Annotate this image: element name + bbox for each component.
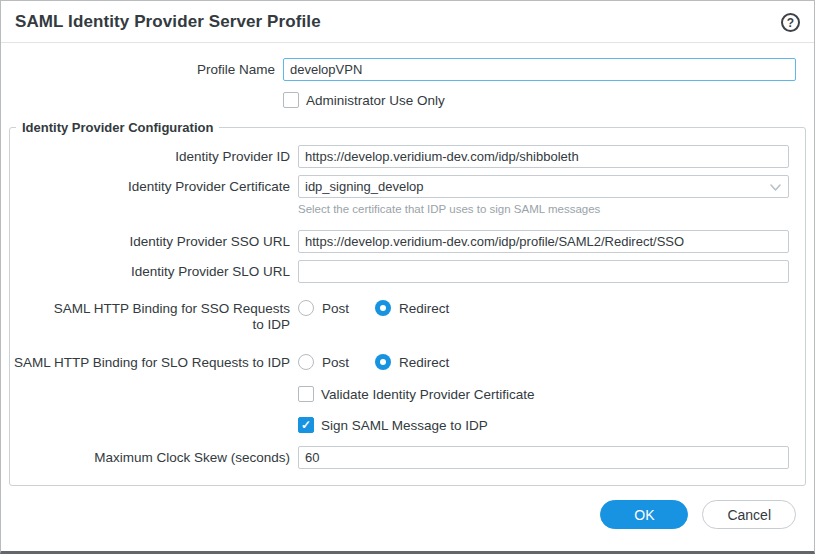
profile-name-input[interactable] (283, 58, 796, 81)
sso-binding-row: SAML HTTP Binding for SSO Requests to ID… (10, 297, 789, 333)
slo-binding-redirect-label: Redirect (399, 355, 449, 370)
saml-idp-server-profile-dialog: SAML Identity Provider Server Profile ? … (0, 0, 815, 554)
sign-saml-label: Sign SAML Message to IDP (321, 418, 488, 433)
slo-binding-label: SAML HTTP Binding for SLO Requests to ID… (10, 351, 298, 371)
slo-binding-radio-group: Post Redirect (298, 351, 789, 370)
idp-certificate-hint: Select the certificate that IDP uses to … (298, 202, 789, 216)
idp-sso-url-row: Identity Provider SSO URL (10, 230, 789, 253)
sign-saml-checkbox[interactable]: ✓ (298, 417, 314, 433)
dialog-title: SAML Identity Provider Server Profile (15, 12, 321, 32)
idp-configuration-legend: Identity Provider Configuration (16, 120, 219, 135)
clock-skew-label: Maximum Clock Skew (seconds) (10, 446, 298, 466)
validate-cert-checkbox[interactable] (298, 386, 314, 402)
chevron-down-icon (769, 181, 782, 194)
sso-binding-redirect-radio[interactable] (375, 300, 391, 316)
idp-id-input[interactable] (298, 145, 789, 168)
slo-binding-post-label: Post (322, 355, 349, 370)
idp-certificate-label: Identity Provider Certificate (10, 175, 298, 195)
idp-slo-url-input[interactable] (298, 260, 789, 283)
idp-certificate-select[interactable]: idp_signing_develop (298, 175, 789, 198)
idp-slo-url-row: Identity Provider SLO URL (10, 260, 789, 283)
idp-certificate-value: idp_signing_develop (305, 179, 424, 194)
slo-binding-post-radio[interactable] (298, 354, 314, 370)
dialog-footer: OK Cancel (600, 500, 796, 529)
idp-certificate-row: Identity Provider Certificate idp_signin… (10, 175, 789, 230)
idp-configuration-group: Identity Provider Configuration Identity… (9, 120, 806, 486)
sso-binding-post-radio[interactable] (298, 300, 314, 316)
idp-id-row: Identity Provider ID (10, 145, 789, 168)
check-icon: ✓ (301, 419, 311, 431)
help-icon[interactable]: ? (781, 13, 800, 32)
ok-button[interactable]: OK (600, 500, 688, 529)
sso-binding-radio-group: Post Redirect (298, 297, 789, 316)
profile-name-row: Profile Name (1, 58, 814, 81)
sign-saml-row: ✓ Sign SAML Message to IDP (10, 415, 789, 433)
admin-use-only-checkbox[interactable] (283, 92, 299, 108)
help-glyph: ? (787, 17, 794, 29)
clock-skew-input[interactable] (298, 446, 789, 469)
validate-cert-row: Validate Identity Provider Certificate (10, 384, 789, 402)
admin-use-only-label: Administrator Use Only (306, 93, 445, 108)
dialog-titlebar: SAML Identity Provider Server Profile (1, 1, 814, 43)
clock-skew-row: Maximum Clock Skew (seconds) (10, 446, 789, 469)
sso-binding-label: SAML HTTP Binding for SSO Requests to ID… (10, 297, 298, 333)
profile-name-label: Profile Name (1, 58, 283, 78)
admin-use-only-row: Administrator Use Only (1, 90, 814, 108)
sso-binding-redirect-label: Redirect (399, 301, 449, 316)
validate-cert-label: Validate Identity Provider Certificate (321, 387, 535, 402)
idp-sso-url-input[interactable] (298, 230, 789, 253)
slo-binding-redirect-radio[interactable] (375, 354, 391, 370)
cancel-button[interactable]: Cancel (702, 500, 796, 529)
idp-slo-url-label: Identity Provider SLO URL (10, 260, 298, 280)
idp-sso-url-label: Identity Provider SSO URL (10, 230, 298, 250)
idp-id-label: Identity Provider ID (10, 145, 298, 165)
dialog-body: Profile Name Administrator Use Only Iden… (1, 43, 814, 486)
sso-binding-post-label: Post (322, 301, 349, 316)
slo-binding-row: SAML HTTP Binding for SLO Requests to ID… (10, 351, 789, 371)
